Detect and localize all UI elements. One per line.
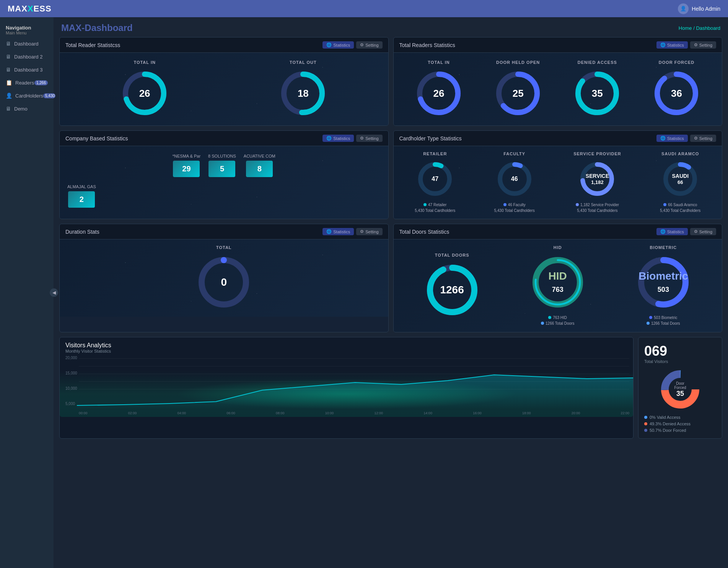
- setting-label-company: Setting: [365, 136, 378, 141]
- company-item-8solutions: 8 SOLUTIONS 5: [208, 154, 236, 177]
- company-item-almajal: ALMAJAL GAS 2: [67, 184, 96, 208]
- pie-center-area: Door Forced 35: [670, 381, 691, 398]
- total-in-container: TOTAL IN 26: [120, 60, 169, 118]
- setting-label-total-reader: Setting: [365, 43, 378, 47]
- company-value-acuative: 8: [246, 161, 273, 177]
- sidebar-item-readers[interactable]: 📋 Readers 1,266: [0, 76, 54, 89]
- monitor-icon: 🖥: [6, 41, 11, 47]
- denied-access-label: DENIED ACCESS: [578, 60, 617, 65]
- denied-access-donut: 35: [572, 68, 622, 118]
- stars-bg: [60, 53, 388, 125]
- globe-icon: 🌐: [326, 42, 332, 47]
- retailer-value: 47: [432, 176, 438, 182]
- gear-icon-5: ⚙: [360, 229, 364, 234]
- stats-label-company: Statistics: [333, 136, 350, 141]
- total-visitors-area: 069 Total Visitors: [644, 343, 716, 364]
- setting-label-total-readers: Setting: [699, 43, 712, 47]
- widget-title-total-reader: Total Reader Statistcss: [65, 42, 120, 48]
- total-out-value: 18: [298, 88, 309, 99]
- x-label-0200: 02:00: [128, 411, 137, 415]
- widget-body-total-doors: TOTAL DOORS 1266 HID: [394, 239, 722, 332]
- legend-denied-access: 49.3% Denied Access: [644, 422, 716, 426]
- demo-icon: 🖥: [6, 106, 11, 112]
- legend-dot-denied: [644, 422, 647, 425]
- x-label-1400: 14:00: [423, 411, 432, 415]
- total-visitors-number: 069: [644, 343, 716, 359]
- setting-label-duration: Setting: [365, 229, 378, 234]
- setting-button-total-readers[interactable]: ⚙ Setting: [690, 41, 716, 49]
- gear-icon-6: ⚙: [694, 229, 698, 234]
- biometric-value: Biometric503: [638, 270, 688, 295]
- stats-button-cardholder[interactable]: 🌐 Statistics: [656, 135, 688, 142]
- widget-header-duration: Duration Stats 🌐 Statistics ⚙ Setting: [60, 224, 388, 239]
- nav-header: Navigation Main Menu: [0, 21, 54, 37]
- sidebar-collapse-button[interactable]: ◀: [50, 288, 58, 297]
- widget-body-total-reader: TOTAL IN 26 TOTAL OUT: [60, 53, 388, 125]
- legend-valid-access: 0% Valid Access: [644, 415, 716, 420]
- hid-value: HID763: [549, 270, 567, 295]
- logo-text: MAXXESS: [8, 4, 52, 14]
- sidebar-item-dashboard2[interactable]: 🖥 Dashboard 2: [0, 50, 54, 63]
- user-greeting: Hello Admin: [692, 6, 720, 12]
- readers-total-in-donut: 26: [414, 68, 464, 118]
- svg-marker-28: [77, 375, 633, 409]
- duration-total-label: Total: [216, 245, 232, 250]
- setting-button-cardholder[interactable]: ⚙ Setting: [690, 135, 716, 142]
- widget-header-company: Company Based Statistics 🌐 Statistics ⚙ …: [60, 131, 388, 146]
- widget-title-total-readers: Total Readers Statistics: [399, 42, 455, 48]
- door-held-label: DOOR HELD OPEN: [496, 60, 540, 65]
- main-layout: Navigation Main Menu 🖥 Dashboard 🖥 Dashb…: [0, 17, 728, 568]
- faculty-legend: 46 Faculty5,430 Total Cardholders: [494, 202, 535, 213]
- setting-button-total-doors[interactable]: ⚙ Setting: [690, 228, 716, 235]
- title-main: Dashboard: [85, 23, 132, 33]
- setting-button-total-reader[interactable]: ⚙ Setting: [356, 41, 382, 49]
- biometric-legend-2: 1266 Total Doors: [651, 321, 680, 326]
- breadcrumb-current: Dashboard: [696, 25, 720, 31]
- x-axis: 00:00 02:00 04:00 06:00 08:00 10:00 12:0…: [79, 411, 629, 415]
- total-doors-donut-label: TOTAL DOORS: [435, 253, 469, 257]
- stats-button-total-reader[interactable]: 🌐 Statistics: [322, 41, 354, 49]
- widget-title-company: Company Based Statistics: [65, 135, 128, 142]
- total-visitors-label: Total Visitors: [644, 359, 716, 364]
- sidebar-item-demo[interactable]: 🖥 Demo: [0, 102, 54, 115]
- door-held-donut: 25: [493, 68, 543, 118]
- hid-label: HID: [554, 245, 562, 250]
- nav-subtitle: Main Menu: [6, 31, 48, 35]
- door-forced-donut: 36: [651, 68, 701, 118]
- stats-button-company[interactable]: 🌐 Statistics: [322, 135, 354, 142]
- user-area[interactable]: 👤 Hello Admin: [678, 3, 720, 14]
- nav-title: Navigation: [6, 25, 48, 31]
- sidebar-item-cardholders[interactable]: 👤 CardHolders 5,430: [0, 89, 54, 102]
- setting-button-duration[interactable]: ⚙ Setting: [356, 228, 382, 235]
- globe-icon-2: 🌐: [660, 42, 666, 47]
- widget-body-duration: Total 0: [60, 239, 388, 317]
- widget-actions-total-readers: 🌐 Statistics ⚙ Setting: [656, 41, 716, 49]
- readers-badge: 1,266: [34, 80, 48, 85]
- retailer-legend: 47 Retailer5,430 Total Cardholders: [415, 202, 455, 213]
- service-provider-value: SERVICE1,182: [586, 173, 609, 185]
- widget-header-total-reader: Total Reader Statistcss 🌐 Statistics ⚙ S…: [60, 37, 388, 53]
- widget-body-company: *NESMA & Par 29 8 SOLUTIONS 5 ACUATIVE C…: [60, 146, 388, 219]
- sidebar-item-dashboard3[interactable]: 🖥 Dashboard 3: [0, 63, 54, 76]
- x-label-1800: 18:00: [522, 411, 531, 415]
- breadcrumb-home[interactable]: Home: [679, 25, 692, 31]
- pie-center-value: 35: [670, 390, 691, 398]
- stats-button-total-readers[interactable]: 🌐 Statistics: [656, 41, 688, 49]
- stats-button-total-doors[interactable]: 🌐 Statistics: [656, 228, 688, 235]
- readers-total-in-value: 26: [433, 88, 445, 99]
- sidebar-item-dashboard[interactable]: 🖥 Dashboard: [0, 37, 54, 50]
- title-accent: MAX-: [61, 23, 85, 33]
- door-held-value: 25: [513, 88, 524, 99]
- setting-button-company[interactable]: ⚙ Setting: [356, 135, 382, 142]
- service-provider-container: SERVICE PROVIDER SERVICE1,182 1,182 Serv…: [573, 151, 621, 213]
- y-label-15k: 15,000: [65, 371, 77, 375]
- y-label-20k: 20,000: [65, 356, 77, 360]
- legend-label-forced: 50.7% Door Forced: [650, 428, 686, 433]
- duration-total-value: 0: [221, 276, 227, 288]
- svg-point-31: [585, 377, 589, 380]
- legend-door-forced: 50.7% Door Forced: [644, 428, 716, 433]
- company-item-nesma: *NESMA & Par 29: [173, 154, 200, 177]
- svg-point-29: [168, 402, 171, 405]
- topbar: MAXXESS 👤 Hello Admin: [0, 0, 728, 17]
- stats-button-duration[interactable]: 🌐 Statistics: [322, 228, 354, 235]
